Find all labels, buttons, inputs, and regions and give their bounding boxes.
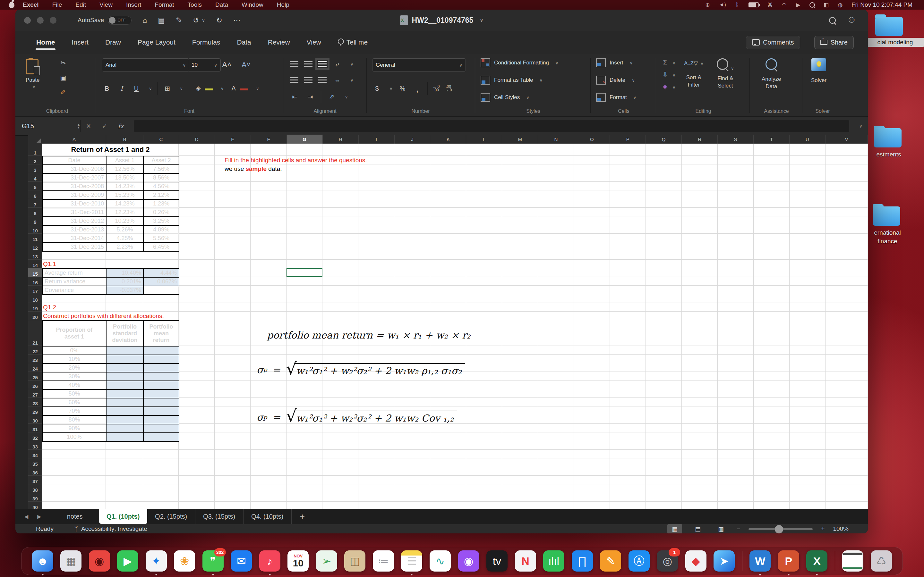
- cell[interactable]: 31-Dec-2014: [42, 234, 106, 243]
- cell[interactable]: [144, 433, 179, 442]
- cell[interactable]: 90%: [42, 424, 106, 433]
- page-layout-view-button[interactable]: ▤: [690, 524, 705, 533]
- cell[interactable]: 31-Dec-2010: [42, 199, 106, 208]
- prev-sheet-icon[interactable]: ◀: [24, 514, 28, 520]
- zoom-out-icon[interactable]: −: [737, 525, 740, 532]
- redo-icon[interactable]: ↻: [216, 16, 222, 25]
- cell[interactable]: [144, 416, 179, 424]
- dock-contacts[interactable]: ◫: [344, 550, 365, 572]
- column-header-M[interactable]: M: [502, 135, 538, 143]
- dock-pages[interactable]: ✎: [600, 550, 621, 572]
- cell[interactable]: 31-Dec-2015: [42, 243, 106, 251]
- select-all-corner[interactable]: [28, 135, 42, 143]
- cell[interactable]: 6.45%: [144, 243, 179, 251]
- cell[interactable]: [144, 424, 179, 433]
- menu-insert[interactable]: Insert: [126, 1, 142, 8]
- cell[interactable]: -0.037%: [106, 286, 144, 295]
- italic-button[interactable]: I: [117, 83, 126, 93]
- cut-button[interactable]: ✂: [58, 58, 68, 68]
- row-header-25[interactable]: 25: [28, 372, 42, 380]
- zoom-slider[interactable]: [748, 528, 813, 530]
- home-icon[interactable]: ⌂: [142, 16, 147, 25]
- align-center-button[interactable]: [304, 77, 312, 83]
- cell[interactable]: 0.26%: [144, 208, 179, 217]
- cell[interactable]: Proportion of asset 1: [42, 321, 106, 346]
- menu-help[interactable]: Help: [277, 1, 289, 8]
- cell[interactable]: 31-Dec-2011: [42, 208, 106, 217]
- share-button[interactable]: Share: [814, 36, 854, 49]
- cell[interactable]: [106, 416, 144, 424]
- cell[interactable]: 4.44%: [144, 269, 179, 277]
- bluetooth-icon[interactable]: ᛒ: [734, 2, 740, 8]
- cell[interactable]: 31-Dec-2013: [42, 226, 106, 234]
- dock-reminders[interactable]: ≔: [373, 550, 394, 572]
- name-box-spinner[interactable]: ▲▼: [77, 123, 80, 129]
- save-icon[interactable]: ▤: [158, 16, 165, 25]
- column-header-O[interactable]: O: [574, 135, 610, 143]
- row-header-7[interactable]: 7: [28, 199, 42, 208]
- formula-bar-expand-icon[interactable]: ∨: [859, 123, 863, 129]
- cell[interactable]: [106, 424, 144, 433]
- menu-file[interactable]: File: [52, 1, 62, 8]
- dock-messages[interactable]: ❞302: [202, 550, 224, 572]
- decrease-font-button[interactable]: A˅: [241, 60, 251, 70]
- row-header-33[interactable]: 33: [28, 441, 42, 450]
- cell[interactable]: 12.23%: [106, 208, 144, 217]
- dock-freeform[interactable]: ∿: [430, 550, 451, 572]
- zoom-window-button[interactable]: [50, 17, 57, 24]
- increase-decimal-button[interactable]: ←.0 .00: [433, 85, 440, 92]
- add-sheet-button[interactable]: +: [292, 509, 313, 524]
- format-cells-button[interactable]: Format∨: [596, 93, 636, 102]
- row-header-29[interactable]: 29: [28, 406, 42, 415]
- cell[interactable]: Covariance: [42, 286, 106, 295]
- sort-filter-button[interactable]: A↓Z▽∨ Sort & Filter: [684, 58, 704, 89]
- cell[interactable]: 60%: [42, 398, 106, 407]
- column-header-I[interactable]: I: [359, 135, 395, 143]
- paste-button[interactable]: Paste ∨: [26, 59, 39, 90]
- cell[interactable]: 14.23%: [106, 182, 144, 191]
- row-header-23[interactable]: 23: [28, 355, 42, 363]
- row-header-39[interactable]: 39: [28, 493, 42, 502]
- more-commands-icon[interactable]: ⋯: [233, 16, 241, 25]
- tab-view[interactable]: View: [306, 34, 322, 51]
- cell[interactable]: 31-Dec-2009: [42, 191, 106, 199]
- cell[interactable]: 70%: [42, 407, 106, 416]
- sheet-grid[interactable]: ABCDEFGHIJKLMNOPQRSTUV 12345678910111213…: [28, 135, 868, 509]
- cell[interactable]: [106, 346, 144, 355]
- cell[interactable]: 2.23%: [106, 243, 144, 251]
- cell[interactable]: 31-Dec-2006: [42, 165, 106, 173]
- minimize-window-button[interactable]: [37, 17, 44, 24]
- bold-button[interactable]: B: [102, 83, 111, 93]
- dock-facetime[interactable]: ▶: [117, 550, 138, 572]
- column-header-D[interactable]: D: [179, 135, 215, 143]
- font-size-combo[interactable]: 10∨: [188, 58, 221, 72]
- analyze-data-button[interactable]: Analyze Data: [762, 58, 781, 90]
- formula-input[interactable]: [134, 120, 849, 132]
- cell[interactable]: [144, 390, 179, 398]
- close-window-button[interactable]: [24, 17, 31, 24]
- row-header-9[interactable]: 9: [28, 216, 42, 225]
- cell[interactable]: 31-Dec-2008: [42, 182, 106, 191]
- name-box[interactable]: G15 ▲▼: [15, 122, 80, 130]
- decrease-indent-button[interactable]: ⇤: [290, 92, 300, 102]
- row-header-32[interactable]: 32: [28, 432, 42, 441]
- zoom-level[interactable]: 100%: [833, 525, 849, 532]
- row-header-2[interactable]: 2: [28, 156, 42, 164]
- siri-icon[interactable]: ◍: [837, 2, 843, 8]
- fill-color-button[interactable]: ◈: [194, 85, 213, 92]
- column-header-E[interactable]: E: [215, 135, 251, 143]
- dock-notes[interactable]: ☰: [401, 550, 422, 572]
- dock-powerpoint[interactable]: P: [778, 550, 799, 572]
- orientation-button[interactable]: ⇗: [327, 92, 336, 102]
- font-color-button[interactable]: A: [229, 85, 248, 92]
- conditional-formatting-button[interactable]: Conditional Formatting∨: [481, 58, 559, 67]
- sheet-tab-q2-15pts-[interactable]: Q2. (15pts): [147, 509, 195, 524]
- currency-button[interactable]: $: [372, 83, 382, 93]
- column-header-H[interactable]: H: [323, 135, 359, 143]
- cell[interactable]: [106, 355, 144, 364]
- row-header-27[interactable]: 27: [28, 389, 42, 398]
- confirm-entry-icon[interactable]: ✓: [102, 122, 107, 130]
- row-header-12[interactable]: 12: [28, 242, 42, 251]
- increase-font-button[interactable]: A˄: [222, 60, 232, 70]
- row-header-8[interactable]: 8: [28, 208, 42, 216]
